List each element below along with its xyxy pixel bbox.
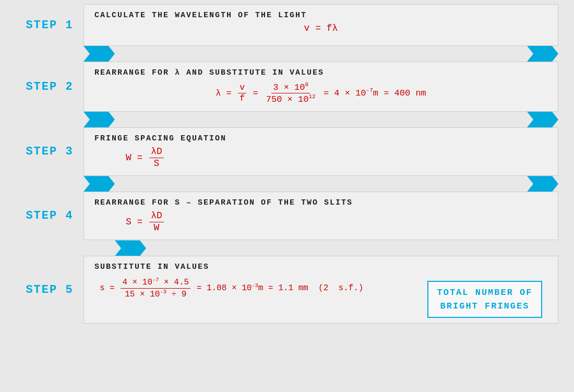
step-3-title: FRINGE SPACING EQUATION xyxy=(94,134,547,143)
fraction-lambdaD-S: λD S xyxy=(149,146,164,169)
step-1-container: STEP 1 CALCULATE THE WAVELENGTH OF THE L… xyxy=(16,4,558,46)
arrow-left-3 xyxy=(83,176,115,192)
tooltip-line2: BRIGHT FRINGES xyxy=(440,301,530,311)
arrow-right-1 xyxy=(527,46,558,62)
arrow-left-1 xyxy=(83,46,115,62)
step-4-container: STEP 4 REARRANGE FOR S – SEPARATION OF T… xyxy=(16,192,558,240)
step-1-box: CALCULATE THE WAVELENGTH OF THE LIGHT v … xyxy=(83,4,558,46)
step-2-label: STEP 2 xyxy=(16,62,83,112)
fraction-3e8-750e12: 3 × 108 750 × 1012 xyxy=(265,81,317,105)
step-2-formula: λ = v f = 3 × 108 750 × 1012 = 4 × 10-7m… xyxy=(94,81,547,105)
step-5-box: SUBSTITUTE IN VALUES s = 4 × 10-7 × 4.5 … xyxy=(83,256,558,324)
step-3-box: FRINGE SPACING EQUATION W = λD S xyxy=(83,127,558,176)
step-4-label: STEP 4 xyxy=(16,192,83,240)
step-3-container: STEP 3 FRINGE SPACING EQUATION W = λD S xyxy=(16,127,558,176)
fraction-v-f: v f xyxy=(238,82,246,104)
connector-2-3 xyxy=(83,112,558,127)
fraction-step5: 4 × 10-7 × 4.5 15 × 10-3 ÷ 9 xyxy=(121,277,190,300)
step-2-title: REARRANGE FOR λ AND SUBSTITUTE IN VALUES xyxy=(94,68,547,77)
step-2-box: REARRANGE FOR λ AND SUBSTITUTE IN VALUES… xyxy=(83,62,558,112)
fraction-lambdaD-W: λD W xyxy=(149,210,164,233)
arrow-left-2 xyxy=(83,112,115,127)
tooltip-box: TOTAL NUMBER OF BRIGHT FRINGES xyxy=(427,281,542,318)
step-3-label: STEP 3 xyxy=(16,127,83,176)
step-3-formula: W = λD S xyxy=(126,146,547,169)
step-5-title: SUBSTITUTE IN VALUES xyxy=(94,263,547,271)
step-4-title: REARRANGE FOR S – SEPARATION OF THE TWO … xyxy=(94,198,547,207)
step-5-label: STEP 5 xyxy=(16,256,83,324)
step-2-container: STEP 2 REARRANGE FOR λ AND SUBSTITUTE IN… xyxy=(16,62,558,112)
tooltip-line1: TOTAL NUMBER OF xyxy=(437,288,532,298)
step-4-formula: S = λD W xyxy=(126,210,547,233)
connector-3-4 xyxy=(83,176,558,192)
step-5-container: STEP 5 SUBSTITUTE IN VALUES s = 4 × 10-7… xyxy=(16,256,558,324)
arrow-right-3 xyxy=(527,176,558,192)
connector-4-5 xyxy=(83,240,558,256)
step-1-title: CALCULATE THE WAVELENGTH OF THE LIGHT xyxy=(94,11,547,20)
arrow-right-2 xyxy=(527,112,558,127)
step-1-label: STEP 1 xyxy=(16,4,83,46)
step-1-formula: v = fλ xyxy=(94,23,547,33)
arrow-center-4 xyxy=(115,240,146,256)
connector-1-2 xyxy=(83,46,558,62)
step-4-box: REARRANGE FOR S – SEPARATION OF THE TWO … xyxy=(83,192,558,240)
